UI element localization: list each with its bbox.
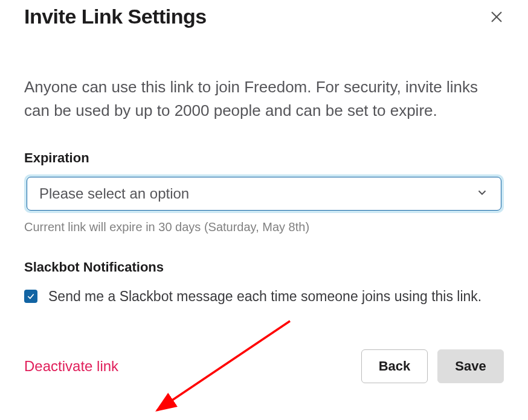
check-icon — [27, 292, 35, 301]
notifications-checkbox-label: Send me a Slackbot message each time som… — [48, 286, 481, 307]
notifications-label: Slackbot Notifications — [24, 259, 504, 275]
close-icon — [489, 10, 504, 24]
expiration-select-value: Please select an option — [39, 185, 189, 202]
back-button[interactable]: Back — [361, 349, 428, 383]
expiration-hint: Current link will expire in 30 days (Sat… — [24, 220, 504, 234]
expiration-select-wrapper: Please select an option — [24, 174, 504, 213]
expiration-label: Expiration — [24, 150, 504, 166]
deactivate-link[interactable]: Deactivate link — [24, 358, 118, 375]
description-text: Anyone can use this link to join Freedom… — [24, 75, 504, 122]
page-title: Invite Link Settings — [24, 5, 207, 28]
notifications-checkbox[interactable] — [24, 290, 37, 303]
expiration-select[interactable]: Please select an option — [27, 177, 501, 211]
chevron-down-icon — [475, 186, 489, 202]
close-button[interactable] — [486, 6, 507, 28]
save-button[interactable]: Save — [437, 349, 504, 383]
